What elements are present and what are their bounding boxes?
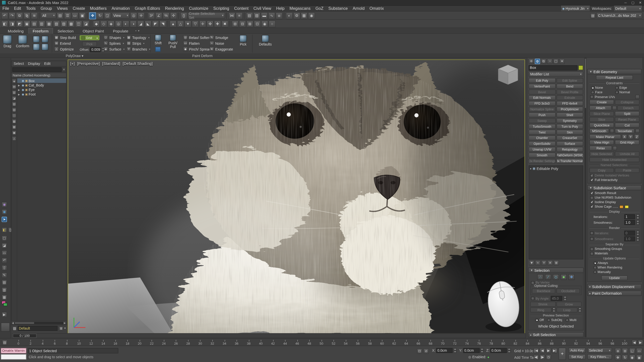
select-and-scale-icon[interactable]: ◲ xyxy=(104,12,111,19)
constraint-edge-radio[interactable]: Edge xyxy=(615,86,638,89)
menu-item[interactable]: Substance xyxy=(326,6,350,11)
zoom-all-icon[interactable]: ⊞ xyxy=(622,348,628,354)
modifier-button[interactable]: Bevel Profile xyxy=(556,89,583,95)
toolbar-icon[interactable]: ◑ xyxy=(130,20,137,27)
preview-option[interactable]: Off xyxy=(535,318,544,322)
maximize-button[interactable]: ▢ xyxy=(629,0,636,5)
shift-options-icon[interactable] xyxy=(155,47,160,52)
display-smoothness-field[interactable]: 1.0 xyxy=(624,220,635,225)
create-button[interactable]: Create xyxy=(589,100,614,105)
modifier-button[interactable]: VertexPaint xyxy=(529,84,555,89)
modifier-button[interactable]: Symmetry xyxy=(556,118,583,123)
constraint-none-radio[interactable]: None xyxy=(591,86,614,89)
play-icon[interactable]: ▶ xyxy=(546,348,551,353)
offset-field[interactable]: 0.009 xyxy=(90,47,101,52)
modifier-button[interactable]: PathDeform (WSM) xyxy=(556,153,583,158)
edge-subobject-icon[interactable]: ∕ xyxy=(545,274,551,280)
render-setup-icon[interactable]: ⚙ xyxy=(293,12,300,19)
ribbon-toggle-icon[interactable]: ▬ xyxy=(261,12,268,19)
backface-button[interactable]: Backface xyxy=(532,289,555,294)
modifier-button[interactable]: Ox Transfer Normals xyxy=(556,158,583,163)
edit-geometry-rollout-header[interactable]: ▼Edit Geometry xyxy=(587,69,642,74)
preview-option[interactable]: SubObj xyxy=(547,318,562,322)
modifier-button[interactable]: FFD 4x4x4 xyxy=(556,101,583,106)
add-time-tag[interactable]: Add Time Tag xyxy=(514,355,536,359)
scroll-left-icon[interactable]: ◀ xyxy=(12,321,14,324)
toolbar-icon[interactable]: ▤ xyxy=(31,20,38,27)
toolbar-icon[interactable]: ▦ xyxy=(46,20,53,27)
explorer-filter-icon[interactable]: ▣ xyxy=(12,130,16,135)
delete-isolated-vertices-checkbox[interactable] xyxy=(590,174,593,177)
modify-tab-icon[interactable]: ◍ xyxy=(535,59,540,64)
modifier-button[interactable]: Push xyxy=(529,112,555,117)
timeline-ruler[interactable]: ▤ 02468101214161820222426283032343638404… xyxy=(0,338,644,346)
zoom-icon[interactable]: ⊕ xyxy=(615,348,621,354)
unlink-selection-icon[interactable]: ⧎ xyxy=(23,12,30,19)
viewport-menu-token[interactable]: [Standard] xyxy=(102,61,120,66)
viewport[interactable]: [+][Perspective][Standard][Default Shadi… xyxy=(68,60,525,334)
element-subobject-icon[interactable]: ❖ xyxy=(569,274,575,280)
msmooth-settings-button[interactable] xyxy=(610,129,614,133)
modifier-button[interactable]: Bevel xyxy=(529,89,555,95)
conform-brush-icon[interactable] xyxy=(33,36,40,43)
y-coordinate[interactable]: Y: 0.0cm ▲▼ xyxy=(459,348,484,353)
explorer-menu-item[interactable]: Edit xyxy=(42,62,53,66)
undo-icon[interactable]: ↶ xyxy=(1,12,8,19)
topology-dropdown[interactable]: ▦Topology xyxy=(127,35,150,40)
cut-button[interactable]: Cut xyxy=(615,123,639,128)
shift-button[interactable]: Shift xyxy=(153,34,163,45)
bind-to-space-warp-icon[interactable]: ≋ xyxy=(31,12,38,19)
menu-item[interactable]: Graph Editors xyxy=(132,6,163,11)
conform-brush-icon[interactable] xyxy=(33,43,40,51)
preserve-uvs-checkbox[interactable] xyxy=(590,95,593,99)
border-subobject-icon[interactable]: ◇ xyxy=(553,274,559,280)
explorer-filter-icon[interactable]: ◪ xyxy=(12,96,16,101)
explorer-filter-icon[interactable]: ▦ xyxy=(12,125,16,129)
flatten-button[interactable]: ▭Flatten xyxy=(183,41,211,46)
conform-button[interactable]: Conform xyxy=(16,35,30,48)
explorer-filter-icon[interactable]: ▩ xyxy=(12,119,16,123)
ribbon-tab[interactable]: Selection xyxy=(53,28,78,33)
menu-item[interactable]: Views xyxy=(54,6,70,11)
toolbar-icon[interactable]: ◆ xyxy=(93,20,100,27)
exaggerate-button[interactable]: ≋Exaggerate xyxy=(210,47,233,51)
modifier-button[interactable]: Normalize Spline xyxy=(529,107,555,112)
toolbar-icon[interactable]: ◧ xyxy=(1,20,8,27)
window-crossing-icon[interactable]: ▣ xyxy=(79,12,86,19)
menu-item[interactable]: Omatrix xyxy=(367,6,386,11)
quickslice-button[interactable]: QuickSlice xyxy=(589,123,614,128)
shapes-dropdown[interactable]: ◇Shapes xyxy=(103,35,125,40)
noise-button[interactable]: ≈Noise xyxy=(210,41,233,46)
layer-list-icon[interactable]: ≣ xyxy=(59,326,63,331)
scene-object-row[interactable]: ▶ ◉ ▣ Foot xyxy=(17,92,66,97)
align-icon[interactable]: ≡ xyxy=(236,12,243,19)
modifier-button[interactable]: Shell xyxy=(556,112,583,117)
explorer-hscrollbar[interactable] xyxy=(14,322,64,324)
pick-button[interactable]: Pick xyxy=(237,35,249,47)
ruler-scroll-right-icon[interactable]: ▶ xyxy=(638,340,643,345)
toolbar-icon[interactable]: ⊠ xyxy=(247,20,254,27)
rectangular-selection-region-icon[interactable]: ▭ xyxy=(71,12,78,19)
tessellate-settings-button[interactable] xyxy=(635,129,639,133)
go-to-end-icon[interactable]: ▶| xyxy=(552,348,557,353)
explorer-filter-icon[interactable]: ◫ xyxy=(12,113,16,118)
scroll-right-icon[interactable]: ▶ xyxy=(64,321,66,324)
z-coordinate[interactable]: Z: 0.0cm ▲▼ xyxy=(486,348,511,353)
explorer-filter-icon[interactable]: ◬ xyxy=(12,136,16,141)
toolbar-icon[interactable]: ◢ xyxy=(137,20,144,27)
menu-item[interactable]: Rendering xyxy=(163,6,186,11)
snaps-toggle-icon[interactable]: 3³ xyxy=(148,12,155,19)
workspace-dropdown[interactable]: Default xyxy=(614,5,642,11)
menu-item[interactable]: Arnold xyxy=(350,6,367,11)
key-filters-button[interactable]: Key Filters... xyxy=(587,354,612,359)
tag-icon[interactable]: ◪ xyxy=(2,243,7,248)
toolbar-icon[interactable]: ▽ xyxy=(192,20,199,27)
ribbon-options-icon[interactable]: ▪ xyxy=(135,29,136,32)
toolbar-icon[interactable]: ⊡ xyxy=(254,20,261,27)
smooth-result-checkbox[interactable] xyxy=(590,192,593,195)
delete-icon[interactable]: ▯ xyxy=(2,265,7,270)
render-smoothness-checkbox[interactable] xyxy=(590,237,593,241)
isolate-selection-icon[interactable]: ⊡ xyxy=(417,348,422,354)
toolbar-icon[interactable]: ▧ xyxy=(53,20,60,27)
modifier-button[interactable]: Edit Spline xyxy=(556,78,583,83)
